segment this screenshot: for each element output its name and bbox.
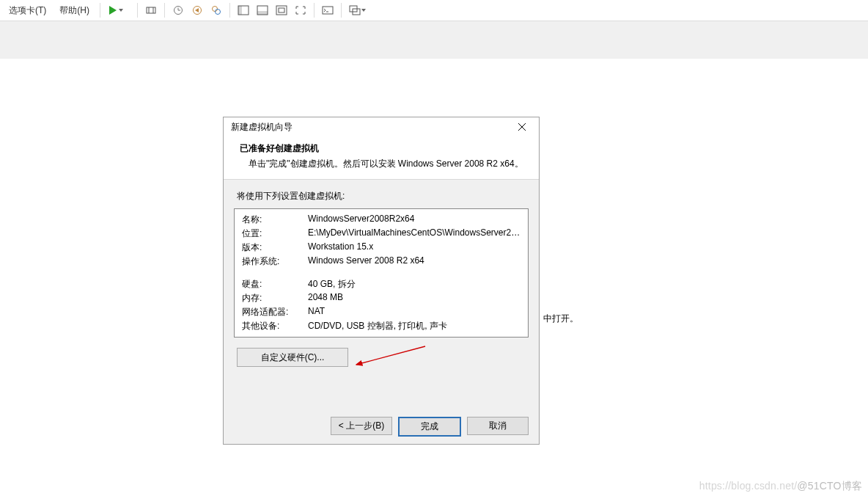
row-disk-label: 硬盘: <box>242 278 308 291</box>
console-icon[interactable] <box>319 2 336 18</box>
settings-summary-box: 名称: WindowsServer2008R2x64 位置: E:\MyDev\… <box>234 208 529 338</box>
toolbar-separator <box>341 3 342 18</box>
back-button[interactable]: < 上一步(B) <box>331 417 392 435</box>
dialog-title: 新建虚拟机向导 <box>231 121 293 134</box>
row-version-label: 版本: <box>242 241 308 254</box>
watermark: https://blog.csdn.net/@51CTO博客 <box>699 480 862 493</box>
row-name-label: 名称: <box>242 214 308 226</box>
app-toolbar: 选项卡(T) 帮助(H) <box>0 0 868 21</box>
background-text: 中打开。 <box>543 313 578 325</box>
row-location-label: 位置: <box>242 227 308 240</box>
svg-marker-0 <box>109 6 117 15</box>
watermark-left: https://blog.csdn.net/ <box>699 480 798 492</box>
svg-rect-11 <box>257 11 268 15</box>
menu-tabs[interactable]: 选项卡(T) <box>3 1 52 20</box>
chevron-down-icon <box>119 9 123 12</box>
chevron-down-icon <box>361 9 366 12</box>
row-name-value: WindowsServer2008R2x64 <box>308 214 521 226</box>
svg-rect-12 <box>279 8 284 12</box>
snapshot-back-icon[interactable] <box>188 2 206 18</box>
finish-button[interactable]: 完成 <box>398 417 461 437</box>
row-disk-value: 40 GB, 拆分 <box>308 278 521 291</box>
toolbar-separator <box>100 3 100 18</box>
toolbar-separator <box>164 3 165 18</box>
snapshot-clock-icon[interactable] <box>169 2 187 18</box>
view-unity-icon[interactable] <box>273 2 290 18</box>
row-other-label: 其他设备: <box>242 320 308 332</box>
row-gap <box>242 269 521 277</box>
dialog-heading: 已准备好创建虚拟机 <box>240 142 529 155</box>
usb-icon[interactable] <box>142 2 160 18</box>
tabbar-region <box>0 21 868 59</box>
dialog-body: 将使用下列设置创建虚拟机: 名称: WindowsServer2008R2x64… <box>224 180 539 367</box>
row-os-value: Windows Server 2008 R2 x64 <box>308 255 521 268</box>
row-version-value: Workstation 15.x <box>308 241 521 254</box>
dialog-titlebar: 新建虚拟机向导 <box>224 117 539 136</box>
row-other-value: CD/DVD, USB 控制器, 打印机, 声卡 <box>308 320 521 332</box>
row-network-label: 网络适配器: <box>242 306 308 318</box>
row-location-value: E:\MyDev\VirtualMachinesCentOS\WindowsSe… <box>308 227 521 240</box>
toolbar-separator <box>229 3 230 18</box>
dialog-header: 已准备好创建虚拟机 单击"完成"创建虚拟机。然后可以安装 Windows Ser… <box>224 136 539 180</box>
close-button[interactable] <box>510 120 534 134</box>
svg-rect-13 <box>276 6 287 15</box>
svg-rect-1 <box>147 7 155 13</box>
toolbar-separator <box>314 3 315 18</box>
new-vm-wizard-dialog: 新建虚拟机向导 已准备好创建虚拟机 单击"完成"创建虚拟机。然后可以安装 Win… <box>223 117 540 445</box>
row-memory-value: 2048 MB <box>308 292 521 304</box>
window-mode-icon[interactable] <box>346 2 374 18</box>
view-fullscreen-icon[interactable] <box>292 2 309 18</box>
svg-point-6 <box>213 7 218 12</box>
customize-hardware-button[interactable]: 自定义硬件(C)... <box>237 348 348 367</box>
svg-rect-14 <box>323 7 333 14</box>
dialog-subheading: 单击"完成"创建虚拟机。然后可以安装 Windows Server 2008 R… <box>249 158 529 170</box>
dialog-footer: < 上一步(B) 完成 取消 <box>331 417 529 437</box>
toolbar-separator <box>137 3 138 18</box>
cancel-button[interactable]: 取消 <box>467 417 529 435</box>
row-os-label: 操作系统: <box>242 255 308 268</box>
play-button[interactable] <box>105 2 133 18</box>
settings-caption: 将使用下列设置创建虚拟机: <box>237 190 526 203</box>
watermark-right: @51CTO博客 <box>797 480 862 492</box>
svg-rect-9 <box>238 6 242 15</box>
view-single-icon[interactable] <box>235 2 252 18</box>
settings-grid: 名称: WindowsServer2008R2x64 位置: E:\MyDev\… <box>242 214 521 332</box>
snapshot-manager-icon[interactable] <box>207 2 225 18</box>
view-split-icon[interactable] <box>254 2 271 18</box>
menu-help[interactable]: 帮助(H) <box>54 1 95 20</box>
row-network-value: NAT <box>308 306 521 318</box>
row-memory-label: 内存: <box>242 292 308 304</box>
svg-point-7 <box>216 10 221 15</box>
